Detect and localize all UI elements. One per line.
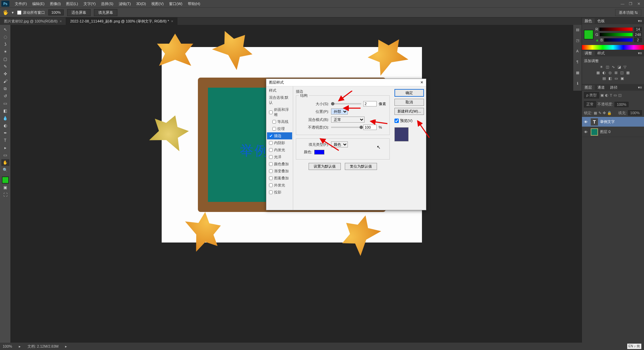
lock-position-icon[interactable]: ✥ xyxy=(603,111,606,115)
filter-pixel-icon[interactable]: ▣ xyxy=(600,93,604,97)
vibrance-icon[interactable]: ▽ xyxy=(624,65,626,69)
exposure-icon[interactable]: ◪ xyxy=(618,65,621,69)
path-select-tool-icon[interactable]: ▸ xyxy=(1,144,9,151)
position-select[interactable]: 外部 xyxy=(331,108,348,115)
channel-mixer-icon[interactable]: ⊞ xyxy=(614,71,618,75)
levels-icon[interactable]: ◫ xyxy=(606,65,609,69)
fill-screen-button[interactable]: 填充屏幕 xyxy=(94,9,117,16)
menu-image[interactable]: 图像(I) xyxy=(47,1,63,6)
threshold-icon[interactable]: ◧ xyxy=(608,76,612,81)
swatches-panel-icon[interactable]: ▦ xyxy=(574,71,581,77)
tool-preset-dropdown-icon[interactable]: ▾ xyxy=(12,10,14,15)
chevron-icon[interactable]: ▸ xyxy=(19,344,21,349)
document-tab-2[interactable]: 2022-12-08_111449_副本.png @ 100% (举例文字, R… xyxy=(66,17,177,25)
zoom-field[interactable]: 100% xyxy=(48,9,64,15)
cancel-button[interactable]: 取消 xyxy=(394,99,424,106)
hand-tool-icon[interactable]: 🖐 xyxy=(3,10,8,15)
paragraph-panel-icon[interactable]: ¶ xyxy=(574,60,581,67)
history-panel-icon[interactable]: ▤ xyxy=(574,28,581,34)
filter-smart-icon[interactable]: ◫ xyxy=(618,93,622,97)
foreground-color-swatch[interactable] xyxy=(2,177,9,183)
lock-transparent-icon[interactable]: ▦ xyxy=(594,111,597,115)
style-inner-shadow[interactable]: 内阴影 xyxy=(267,139,292,146)
stroke-color-swatch[interactable] xyxy=(314,150,324,155)
layer-visibility-icon[interactable]: 👁 xyxy=(584,130,589,134)
filter-adjust-icon[interactable]: ◐ xyxy=(605,93,608,97)
tab-layers[interactable]: 图层 xyxy=(582,85,595,90)
style-stroke[interactable]: 描边 xyxy=(267,132,292,139)
layer-filter-kind[interactable]: ρ 类型 xyxy=(584,92,599,98)
tab-color[interactable]: 颜色 xyxy=(582,18,595,24)
chevron-icon[interactable]: ▸ xyxy=(65,344,67,349)
lasso-tool-icon[interactable]: ʖ xyxy=(1,41,9,48)
style-pattern-overlay[interactable]: 图案叠加 xyxy=(267,175,292,182)
stamp-tool-icon[interactable]: ⧉ xyxy=(1,85,9,92)
window-maximize-icon[interactable]: ❐ xyxy=(627,2,635,6)
close-icon[interactable]: × xyxy=(171,19,173,23)
dialog-titlebar[interactable]: 图层样式 ✕ xyxy=(266,79,426,86)
g-value[interactable]: 248 xyxy=(634,32,642,37)
style-texture[interactable]: 纹理 xyxy=(267,125,292,132)
style-drop-shadow[interactable]: 投影 xyxy=(267,189,292,196)
document-tab-1[interactable]: 图片素材02.jpg @ 100%(RGB/8)× xyxy=(0,17,66,25)
dodge-tool-icon[interactable]: ◐ xyxy=(1,122,9,129)
layer-row-text[interactable]: 👁 T 举例文字 xyxy=(582,117,644,127)
menu-3d[interactable]: 3D(D) xyxy=(133,2,149,6)
brush-tool-icon[interactable]: 🖌 xyxy=(1,78,9,85)
crop-tool-icon[interactable]: ▢ xyxy=(1,56,9,62)
style-gradient-overlay[interactable]: 渐变叠加 xyxy=(267,168,292,175)
screenmode-icon[interactable]: ⛶ xyxy=(1,191,9,198)
eraser-tool-icon[interactable]: ▭ xyxy=(1,100,9,107)
menu-file[interactable]: 文件(F) xyxy=(12,1,30,6)
status-zoom[interactable]: 100% xyxy=(3,344,12,348)
tab-adjustments[interactable]: 调整 xyxy=(582,51,595,56)
menu-type[interactable]: 文字(Y) xyxy=(81,1,99,6)
opacity-value[interactable]: 100% xyxy=(614,102,629,107)
blend-mode-select[interactable]: 正常 xyxy=(584,101,596,107)
menu-layer[interactable]: 图层(L) xyxy=(63,1,80,6)
menu-view[interactable]: 视图(V) xyxy=(149,1,166,6)
blendmode-select[interactable]: 正常 xyxy=(331,117,365,123)
filltype-select[interactable]: 颜色 xyxy=(331,141,348,147)
ok-button[interactable]: 确定 xyxy=(394,89,424,97)
character-panel-icon[interactable]: A xyxy=(574,49,581,56)
tab-paths[interactable]: 路径 xyxy=(607,85,620,90)
hand-tool-icon[interactable]: ✋ xyxy=(1,159,9,166)
pen-tool-icon[interactable]: ✒ xyxy=(1,130,9,136)
reset-default-button[interactable]: 复位为默认值 xyxy=(345,163,377,170)
r-value[interactable]: 14 xyxy=(634,27,642,32)
bw-icon[interactable]: ◐ xyxy=(602,71,606,75)
color-spectrum[interactable] xyxy=(582,45,644,50)
info-panel-icon[interactable]: ℹ xyxy=(574,81,581,88)
gradient-map-icon[interactable]: ▭ xyxy=(614,76,618,81)
blending-options-item[interactable]: 混合选项:默认 xyxy=(267,94,292,106)
close-icon[interactable]: × xyxy=(60,19,62,23)
r-slider[interactable] xyxy=(599,28,633,31)
menu-help[interactable]: 帮助(H) xyxy=(185,1,203,6)
zoom-tool-icon[interactable]: 🔍 xyxy=(1,167,9,173)
opacity-slider[interactable] xyxy=(331,127,361,128)
size-slider[interactable] xyxy=(331,103,361,104)
fill-value[interactable]: 100% xyxy=(628,110,642,116)
gradient-tool-icon[interactable]: ◧ xyxy=(1,107,9,114)
style-outer-glow[interactable]: 外发光 xyxy=(267,182,292,189)
selective-color-icon[interactable]: ▣ xyxy=(621,76,624,81)
filter-type-icon[interactable]: T xyxy=(610,93,612,97)
menu-window[interactable]: 窗口(W) xyxy=(166,1,185,6)
lock-all-icon[interactable]: 🔒 xyxy=(607,111,612,115)
window-minimize-icon[interactable]: — xyxy=(619,2,627,6)
blur-tool-icon[interactable]: 💧 xyxy=(1,115,9,122)
style-inner-glow[interactable]: 内发光 xyxy=(267,146,292,154)
panel-menu-icon[interactable]: ▾≡ xyxy=(636,85,644,90)
scroll-all-windows-checkbox[interactable]: 滚动所有窗口 xyxy=(17,10,45,15)
move-tool-icon[interactable]: ↖ xyxy=(1,26,9,33)
quickmask-icon[interactable]: ▣ xyxy=(1,184,9,191)
panel-menu-icon[interactable]: ▾≡ xyxy=(636,19,644,23)
filter-shape-icon[interactable]: ▭ xyxy=(613,93,617,97)
heal-tool-icon[interactable]: ✜ xyxy=(1,71,9,77)
lookup-icon[interactable]: ◫ xyxy=(620,71,624,75)
lock-paint-icon[interactable]: ✎ xyxy=(598,111,601,115)
invert-icon[interactable]: ▩ xyxy=(626,71,630,75)
tab-channels[interactable]: 通道 xyxy=(595,85,607,90)
menu-select[interactable]: 选择(S) xyxy=(98,1,116,6)
